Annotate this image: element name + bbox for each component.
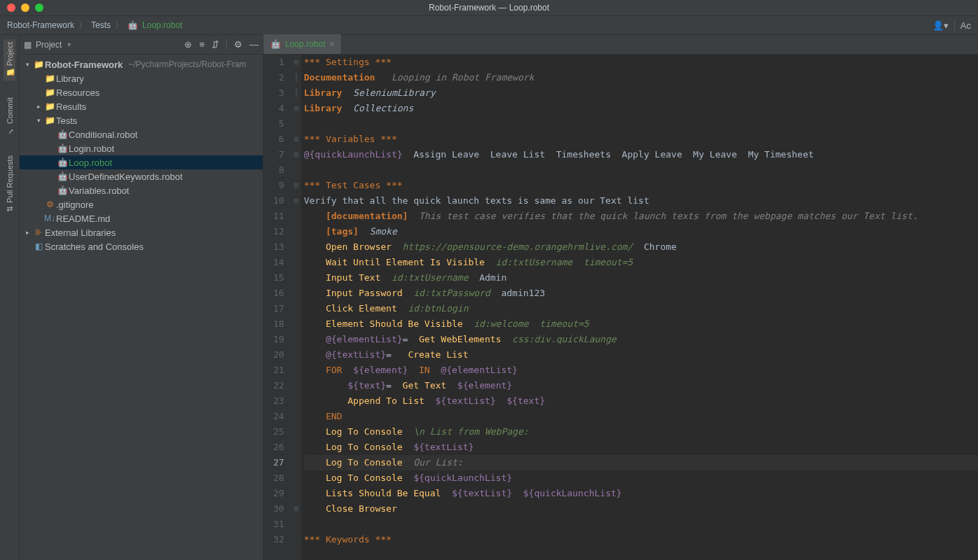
user-icon[interactable]: 👤▾: [932, 20, 949, 31]
tree-file-gitignore[interactable]: ⚙.gitignore: [20, 197, 263, 211]
sidebar-title[interactable]: Project: [36, 40, 62, 50]
tree-file-selected[interactable]: 🤖Loop.robot: [20, 155, 263, 169]
tree-file[interactable]: 🤖Login.robot: [20, 141, 263, 155]
editor-area: 🤖 Loop.robot × 1234567891011121314151617…: [263, 35, 978, 560]
editor-tabs: 🤖 Loop.robot ×: [263, 35, 978, 55]
project-tree[interactable]: ▾📁Robot-Framework~/PycharmProjects/Robot…: [20, 55, 263, 560]
tree-folder-results[interactable]: ▸📁Results: [20, 99, 263, 113]
tree-folder-resources[interactable]: 📁Resources: [20, 85, 263, 99]
tree-scratches[interactable]: ◧Scratches and Consoles: [20, 239, 263, 253]
robot-file-icon: 🤖: [128, 20, 138, 30]
window-title: Robot-Framework — Loop.robot: [429, 3, 549, 13]
breadcrumb: Robot-Framework 〉 Tests 〉 🤖 Loop.robot: [7, 20, 182, 31]
code-editor[interactable]: 1234567891011121314151617181920212223242…: [263, 55, 978, 560]
close-tab-icon[interactable]: ×: [329, 39, 334, 49]
tree-folder-tests[interactable]: ▾📁Tests: [20, 113, 263, 127]
collapse-all-icon[interactable]: ⇵: [212, 39, 219, 50]
tool-tab-project[interactable]: 📁Project: [4, 39, 15, 80]
line-gutter: 1234567891011121314151617181920212223242…: [263, 55, 291, 560]
tool-tab-pull-requests[interactable]: ⇅Pull Requests: [4, 153, 15, 215]
title-bar: Robot-Framework — Loop.robot: [0, 0, 978, 15]
editor-tab-active[interactable]: 🤖 Loop.robot ×: [263, 34, 342, 54]
breadcrumb-mid[interactable]: Tests: [91, 20, 111, 30]
project-sidebar: ▦ Project ▼ ⊕ ≡ ⇵ ⚙ — ▾📁Robot-Framework~…: [20, 35, 263, 560]
tool-tab-commit[interactable]: ✓Commit: [4, 94, 15, 139]
navigation-bar: Robot-Framework 〉 Tests 〉 🤖 Loop.robot 👤…: [0, 15, 978, 35]
tree-external-libraries[interactable]: ▸⊪External Libraries: [20, 225, 263, 239]
chevron-right-icon: 〉: [115, 20, 123, 31]
close-window-icon[interactable]: [7, 4, 15, 12]
minimize-window-icon[interactable]: [21, 4, 29, 12]
hide-icon[interactable]: —: [249, 39, 259, 50]
tab-label: Loop.robot: [285, 39, 325, 49]
tree-file[interactable]: 🤖UserDefinedKeywords.robot: [20, 169, 263, 183]
tree-file[interactable]: 🤖Variables.robot: [20, 183, 263, 197]
tree-folder-library[interactable]: 📁Library: [20, 71, 263, 85]
fold-gutter[interactable]: ⊟││⊟⊟⊟⊟⊟⊟: [291, 55, 301, 560]
breadcrumb-root[interactable]: Robot-Framework: [7, 20, 74, 30]
chevron-right-icon: 〉: [78, 20, 87, 31]
chevron-down-icon[interactable]: ▼: [66, 41, 72, 48]
window-controls: [0, 4, 43, 12]
expand-all-icon[interactable]: ≡: [199, 39, 205, 50]
project-icon: ▦: [24, 40, 32, 50]
breadcrumb-file[interactable]: Loop.robot: [142, 20, 182, 30]
sidebar-header: ▦ Project ▼ ⊕ ≡ ⇵ ⚙ —: [20, 35, 263, 55]
code-source[interactable]: *** Settings ***Documentation Looping in…: [301, 55, 978, 560]
navbar-right: 👤▾ Ac: [932, 20, 971, 31]
maximize-window-icon[interactable]: [35, 4, 43, 12]
tree-file[interactable]: 🤖Conditional.robot: [20, 127, 263, 141]
select-opened-icon[interactable]: ⊕: [184, 39, 192, 50]
gear-icon[interactable]: ⚙: [234, 39, 242, 50]
robot-file-icon: 🤖: [270, 39, 281, 49]
ac-indicator[interactable]: Ac: [954, 20, 971, 31]
tree-root[interactable]: ▾📁Robot-Framework~/PycharmProjects/Robot…: [20, 57, 263, 71]
left-tool-rail: 📁Project ✓Commit ⇅Pull Requests: [0, 35, 20, 560]
tree-file-readme[interactable]: M↓README.md: [20, 211, 263, 225]
